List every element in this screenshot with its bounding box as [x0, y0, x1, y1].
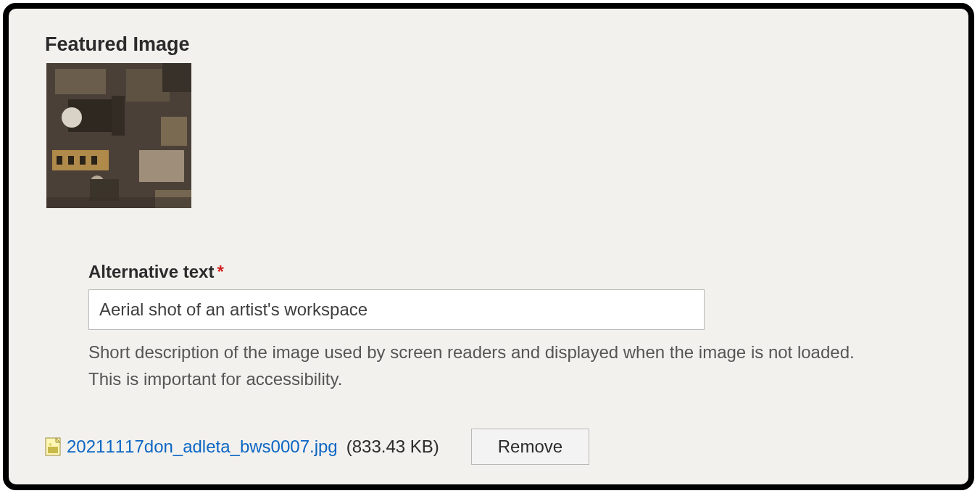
- featured-image-thumbnail[interactable]: [46, 63, 191, 208]
- svg-rect-14: [112, 96, 125, 136]
- file-link[interactable]: 20211117don_adleta_bws0007.jpg: [67, 437, 338, 457]
- featured-image-panel: Featured Image Alternative text*: [3, 3, 974, 490]
- svg-rect-16: [68, 156, 74, 165]
- alt-text-help: Short description of the image used by s…: [88, 339, 857, 392]
- alt-text-label-text: Alternative text: [88, 262, 214, 281]
- svg-rect-6: [162, 63, 191, 92]
- remove-button[interactable]: Remove: [471, 429, 589, 465]
- required-asterisk: *: [217, 262, 223, 281]
- svg-point-10: [62, 107, 82, 128]
- svg-rect-7: [139, 150, 184, 182]
- svg-rect-17: [80, 156, 86, 165]
- file-size: (833.43 KB): [346, 437, 439, 457]
- svg-rect-15: [57, 156, 62, 165]
- svg-point-22: [49, 443, 52, 446]
- thumbnail-image-icon: [46, 63, 191, 208]
- svg-rect-13: [46, 197, 191, 208]
- section-title: Featured Image: [45, 33, 932, 56]
- svg-rect-18: [91, 156, 97, 165]
- svg-rect-21: [48, 447, 58, 453]
- alt-text-field-block: Alternative text* Short description of t…: [88, 262, 932, 392]
- file-image-icon: [45, 437, 61, 456]
- svg-rect-8: [161, 117, 187, 146]
- alt-text-label: Alternative text*: [88, 262, 932, 282]
- alt-text-input[interactable]: [88, 289, 705, 330]
- file-row: 20211117don_adleta_bws0007.jpg (833.43 K…: [45, 429, 932, 465]
- svg-rect-3: [55, 69, 106, 94]
